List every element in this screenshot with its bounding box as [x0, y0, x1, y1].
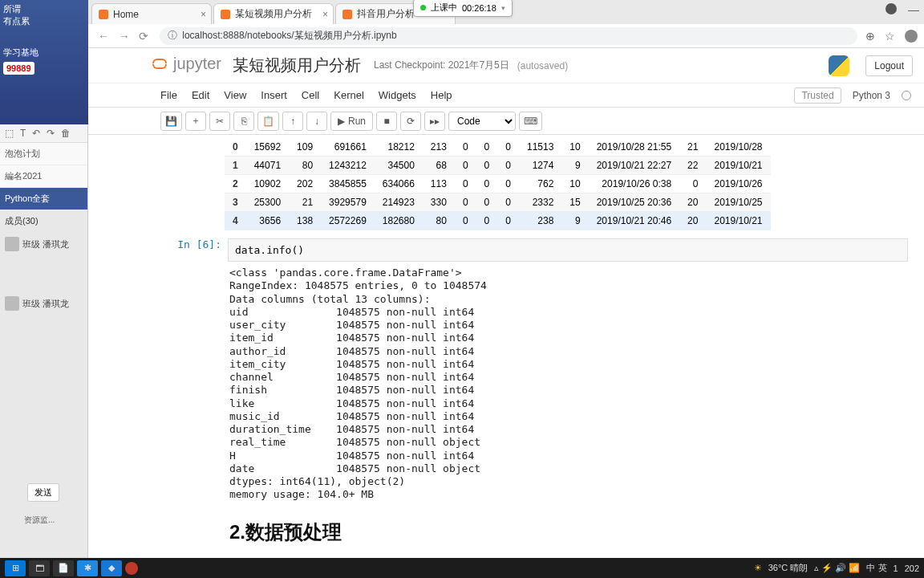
tab-label: 抖音用户分析	[357, 7, 415, 21]
bookmark-icon[interactable]: ☆	[885, 30, 895, 43]
clock[interactable]: 1	[894, 564, 898, 573]
code-cell-6[interactable]: In [6]: data.info()	[176, 238, 924, 262]
in-prompt: In [6]:	[176, 238, 228, 250]
contact-item[interactable]: 班级 潘琪龙	[0, 291, 87, 315]
menu-cell[interactable]: Cell	[302, 89, 319, 101]
members-count[interactable]: 成员(30)	[0, 210, 87, 232]
profile-icon[interactable]	[905, 30, 918, 43]
cell-value: 213	[423, 138, 455, 157]
cell-value: 202	[289, 175, 321, 193]
site-info-icon[interactable]: ⓘ	[168, 29, 177, 43]
code-text: data.info()	[235, 244, 304, 256]
tool-undo-icon[interactable]: ↶	[32, 128, 40, 139]
forward-button[interactable]: →	[116, 30, 133, 43]
system-tray[interactable]: ☀ 36°C 晴朗 ▵ ⚡ 🔊 📶 中 英 1 202	[754, 562, 919, 574]
code-input[interactable]: data.info()	[228, 238, 908, 262]
left-section[interactable]: 泡泡计划	[0, 143, 87, 165]
cell-type-select[interactable]: Code	[448, 112, 516, 131]
resource-monitor[interactable]: 资源监...	[24, 515, 55, 526]
cell-value: 44071	[246, 157, 289, 175]
taskbar: ⊞ 🗔 📄 ✱ ◆ ☀ 36°C 晴朗 ▵ ⚡ 🔊 📶 中 英 1 202	[0, 558, 924, 578]
incognito-icon[interactable]	[886, 3, 897, 14]
cell-value: 2019/10/25 20:36	[589, 193, 679, 212]
tool-redo-icon[interactable]: ↷	[47, 128, 55, 139]
menu-insert[interactable]: Insert	[261, 89, 287, 101]
stop-button[interactable]: ■	[376, 112, 397, 131]
close-icon[interactable]: ×	[201, 9, 206, 20]
table-row: 0156921096916611821221300011513102019/10…	[225, 138, 771, 157]
send-button[interactable]: 发送	[27, 483, 59, 502]
menu-help[interactable]: Help	[431, 89, 452, 101]
jupyter-logo[interactable]: jupyter	[152, 55, 221, 73]
cell-value: 25300	[246, 193, 289, 212]
cell-value: 9	[561, 212, 588, 230]
chevron-down-icon[interactable]: ▾	[501, 4, 505, 12]
back-button[interactable]: ←	[95, 30, 112, 43]
start-button[interactable]: ⊞	[5, 560, 26, 576]
ad-line: 所谓	[3, 3, 85, 15]
cell-value: 0	[476, 175, 498, 193]
cell-value: 15692	[246, 138, 289, 157]
cut-button[interactable]: ✂	[209, 112, 230, 131]
kernel-name[interactable]: Python 3	[853, 90, 890, 101]
tab-notebook-analysis[interactable]: 某短视频用户分析 ×	[213, 3, 334, 24]
menu-edit[interactable]: Edit	[192, 89, 209, 101]
menu-widgets[interactable]: Widgets	[379, 89, 416, 101]
restart-run-button[interactable]: ▸▸	[424, 112, 445, 131]
copy-button[interactable]: ⎘	[233, 112, 254, 131]
add-cell-button[interactable]: ＋	[185, 112, 206, 131]
record-button[interactable]	[125, 562, 138, 575]
command-palette-button[interactable]: ⌨	[519, 112, 542, 131]
row-index: 2	[225, 175, 246, 193]
checkpoint-text: Last Checkpoint: 2021年7月5日	[374, 59, 509, 72]
taskbar-app[interactable]: 📄	[53, 560, 74, 576]
cell-value: 34500	[375, 157, 423, 175]
run-button[interactable]: ▶ Run	[330, 112, 373, 131]
tool-text-icon[interactable]: T	[20, 128, 26, 139]
contact-item[interactable]: 班级 潘琪龙	[0, 232, 87, 256]
weather-icon: ☀	[754, 563, 762, 573]
save-button[interactable]: 💾	[160, 112, 182, 131]
tray-icons[interactable]: ▵ ⚡ 🔊 📶	[814, 563, 860, 573]
paste-button[interactable]: 📋	[257, 112, 279, 131]
menu-kernel[interactable]: Kernel	[334, 89, 364, 101]
ad-line: 有点累	[3, 15, 85, 27]
move-down-button[interactable]: ↓	[306, 112, 327, 131]
taskbar-app[interactable]: ◆	[101, 560, 122, 576]
heading-2[interactable]: 2.数据预处理	[229, 519, 924, 545]
zoom-icon[interactable]: ⊕	[865, 30, 875, 43]
logout-button[interactable]: Logout	[865, 55, 913, 76]
jupyter-logo-text: jupyter	[173, 55, 221, 73]
url-field[interactable]: ⓘ localhost:8888/notebooks/某短视频用户分析.ipyn…	[160, 27, 857, 45]
restart-button[interactable]: ⟳	[400, 112, 421, 131]
move-up-button[interactable]: ↑	[282, 112, 303, 131]
class-status-pill[interactable]: 上课中 00:26:18 ▾	[413, 0, 513, 17]
cell-value: 0	[455, 157, 476, 175]
table-row: 4365613825722691826808000023892019/10/21…	[225, 212, 771, 230]
notebook-title[interactable]: 某短视频用户分析	[233, 55, 361, 76]
cell-value: 0	[476, 193, 498, 212]
menu-file[interactable]: File	[160, 89, 177, 101]
date[interactable]: 202	[905, 564, 919, 573]
taskbar-app[interactable]: ✱	[77, 560, 98, 576]
tab-label: Home	[113, 9, 139, 20]
reload-button[interactable]: ⟳	[136, 30, 152, 43]
notebook-area[interactable]: 0156921096916611821221300011513102019/10…	[88, 135, 924, 558]
avatar	[5, 237, 19, 251]
cell-value: 10	[561, 175, 588, 193]
cell-value: 9	[561, 157, 588, 175]
left-section-active[interactable]: Python全套	[0, 188, 87, 210]
tool-pointer-icon[interactable]: ⬚	[5, 128, 14, 139]
jupyter-favicon-icon	[342, 10, 352, 19]
taskbar-app[interactable]: 🗔	[29, 560, 50, 576]
menu-view[interactable]: View	[224, 89, 246, 101]
minimize-button[interactable]: —	[908, 3, 919, 16]
trusted-badge[interactable]: Trusted	[794, 88, 841, 104]
cell-value: 10902	[246, 175, 289, 193]
ime-indicator[interactable]: 中 英	[866, 562, 886, 574]
weather-text[interactable]: 36°C 晴朗	[768, 562, 808, 574]
tab-home[interactable]: Home ×	[91, 3, 212, 24]
tool-trash-icon[interactable]: 🗑	[61, 128, 71, 139]
left-section[interactable]: 編名2021	[0, 165, 87, 188]
close-icon[interactable]: ×	[322, 9, 328, 20]
